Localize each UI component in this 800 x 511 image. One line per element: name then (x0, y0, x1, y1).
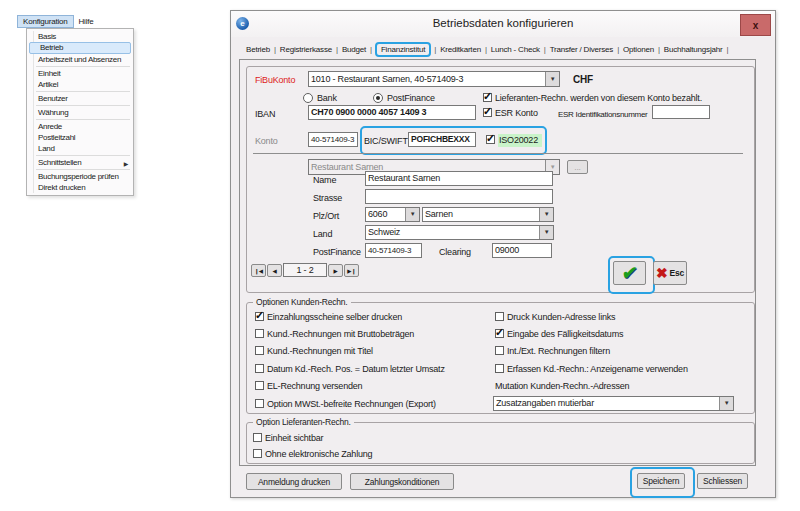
nav-first-icon[interactable]: ❙◀ (251, 264, 266, 277)
menu-item-artikel[interactable]: Artikel (28, 79, 132, 90)
einheit-sichtbar-checkbox[interactable] (253, 433, 262, 442)
tab-finanzinstitut[interactable]: Finanzinstitut (375, 42, 431, 57)
menu-item-waehrung[interactable]: Währung (28, 107, 132, 118)
menu-item-schnittstellen[interactable]: Schnittstellen ▶ (28, 157, 132, 168)
speichern-button[interactable]: Speichern (637, 473, 685, 489)
el-rechnung-checkbox[interactable] (255, 381, 264, 390)
chevron-down-icon[interactable]: ▼ (405, 208, 419, 221)
menu-item-benutzer[interactable]: Benutzer (28, 93, 132, 104)
tab-optionen[interactable]: Optionen (621, 45, 656, 54)
menu-item-einheit[interactable]: Einheit (28, 68, 132, 79)
einzahlungsscheine-label: Einzahlungsscheine selber drucken (267, 312, 402, 323)
menu-separator (36, 119, 130, 120)
menu-item-direkt-drucken[interactable]: Direkt drucken (28, 182, 132, 193)
confirm-button[interactable]: ✔ (613, 261, 646, 285)
iso20022-checkbox[interactable] (486, 135, 495, 144)
tab-registrierkasse[interactable]: Registrierkasse (278, 45, 334, 54)
zahlungskonditionen-button[interactable]: Zahlungskonditionen (350, 473, 454, 490)
menu-item-basis[interactable]: Basis (28, 31, 132, 42)
bruttobetraege-checkbox[interactable] (255, 329, 264, 338)
bic-swift-field[interactable]: POFICHBEXXX (408, 132, 476, 147)
konto-label: Konto (255, 136, 278, 147)
section-divider (253, 153, 743, 154)
mwst-befreit-checkbox[interactable] (255, 399, 264, 408)
tab-separator (434, 45, 436, 54)
esc-button[interactable]: ✖ Esc (653, 261, 687, 285)
tab-separator (617, 45, 619, 54)
postfinance-radio[interactable] (373, 93, 383, 103)
filtern-checkbox[interactable] (495, 346, 504, 355)
iban-label: IBAN (255, 109, 275, 120)
konto-field[interactable]: 40-571409-3 (308, 132, 358, 147)
ort-value: Sarnen (425, 209, 453, 219)
fibukonto-select[interactable]: 1010 - Restaurant Sarnen, 40-571409-3 ▼ (308, 71, 560, 87)
chevron-down-icon[interactable]: ▼ (545, 72, 559, 86)
einheit-sichtbar-label: Einheit sichtbar (265, 433, 323, 444)
ohne-elektronische-checkbox[interactable] (253, 449, 262, 458)
tab-buchhaltungsjahr[interactable]: Buchhaltungsjahr (662, 45, 725, 54)
faelligkeitsdatum-checkbox[interactable] (495, 329, 504, 338)
titel-checkbox[interactable] (255, 346, 264, 355)
menu-separator (36, 91, 130, 92)
close-icon[interactable]: x (740, 14, 771, 36)
datum-umsatz-checkbox[interactable] (255, 364, 264, 373)
anzeigename-checkbox[interactable] (495, 364, 504, 373)
menu-separator (36, 155, 130, 156)
name-label: Name (313, 175, 336, 186)
mwst-befreit-label: Option MWSt.-befreite Rechnungen (Export… (267, 399, 436, 410)
optionen-kunden-groupbox: Optionen Kunden-Rechn. Einzahlungsschein… (246, 302, 755, 414)
adresse-links-checkbox[interactable] (495, 312, 504, 321)
postfinance-konto-field[interactable]: 40-571409-3 (365, 243, 422, 258)
tab-separator (658, 45, 660, 54)
menu-item-anrede[interactable]: Anrede (28, 121, 132, 132)
mutation-select[interactable]: Zusatzangaben mutierbar ▼ (493, 396, 734, 411)
chevron-down-icon[interactable]: ▼ (539, 226, 553, 239)
iban-field[interactable]: CH70 0900 0000 4057 1409 3 (308, 105, 476, 120)
tab-page-finanzinstitut: FiBuKonto 1010 - Restaurant Sarnen, 40-5… (239, 59, 756, 466)
esr-konto-checkbox[interactable] (483, 108, 492, 117)
menu-item-arbeitszeit[interactable]: Arbeitszeit und Absenzen (28, 54, 132, 65)
bic-swift-label: BIC/SWIFT (364, 136, 408, 147)
strasse-field[interactable] (365, 189, 553, 204)
menu-item-postleitzahl[interactable]: Postleitzahl (28, 132, 132, 143)
nav-last-icon[interactable]: ▶❙ (344, 264, 359, 277)
tab-budget[interactable]: Budget (340, 45, 368, 54)
lieferanten-checkbox[interactable] (483, 93, 492, 102)
clearing-field[interactable]: 09000 (492, 243, 552, 258)
fibukonto-label: FiBuKonto (255, 75, 295, 86)
ort-select[interactable]: Sarnen ▼ (422, 207, 554, 222)
nav-prev-icon[interactable]: ◀ (267, 264, 282, 277)
land-select[interactable]: Schweiz ▼ (365, 225, 554, 240)
tab-kreditkarten[interactable]: Kreditkarten (438, 45, 483, 54)
chevron-down-icon[interactable]: ▼ (539, 208, 553, 221)
einzahlungsscheine-checkbox[interactable] (255, 312, 264, 321)
tab-transfer-diverses[interactable]: Transfer / Diverses (548, 45, 615, 54)
menu-separator (36, 169, 130, 170)
faelligkeitsdatum-label: Eingabe des Fälligkeitsdatums (507, 329, 623, 340)
nav-next-icon[interactable]: ▶ (328, 264, 343, 277)
tab-betrieb[interactable]: Betrieb (244, 45, 272, 54)
mutation-value: Zusatzangaben mutierbar (496, 398, 594, 408)
tab-lunch-check[interactable]: Lunch - Check (489, 45, 542, 54)
plz-select[interactable]: 6060 ▼ (365, 207, 420, 222)
finanzinstitut-groupbox: FiBuKonto 1010 - Restaurant Sarnen, 40-5… (246, 66, 755, 293)
tab-strip: Betrieb Registrierkasse Budget Finanzins… (244, 45, 730, 54)
menu-item-betrieb[interactable]: Betrieb (29, 42, 131, 54)
cross-icon: ✖ (656, 265, 668, 281)
menu-hilfe[interactable]: Hilfe (74, 16, 99, 27)
schliessen-button[interactable]: Schliessen (697, 473, 748, 489)
name-field[interactable]: Restaurant Sarnen (365, 171, 553, 186)
strasse-label: Strasse (313, 193, 342, 204)
menu-item-buchungsperiode[interactable]: Buchungsperiode prüfen (28, 171, 132, 182)
check-icon: ✔ (621, 262, 639, 284)
bruttobetraege-label: Kund.-Rechnungen mit Bruttobeträgen (267, 329, 414, 340)
anmeldung-drucken-button[interactable]: Anmeldung drucken (246, 473, 342, 490)
konfiguration-menu-popup: Basis Betrieb Arbeitszeit und Absenzen E… (26, 28, 134, 196)
menu-item-label: Schnittstellen (38, 158, 81, 167)
chevron-down-icon[interactable]: ▼ (719, 397, 733, 410)
menu-konfiguration[interactable]: Konfiguration (17, 15, 74, 28)
iso20022-checkbox-label: ISO20022 (498, 134, 542, 147)
esr-id-field[interactable] (652, 105, 710, 119)
menu-item-land[interactable]: Land (28, 143, 132, 154)
bank-radio[interactable] (303, 93, 313, 103)
